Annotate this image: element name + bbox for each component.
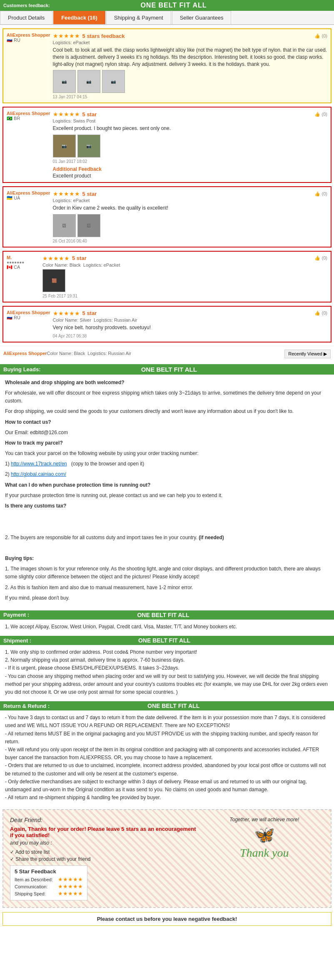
fb-label: Communication: bbox=[15, 884, 56, 889]
color-text: Color Name: Silver Logistics: Russian Ai… bbox=[53, 318, 327, 322]
review-text: Excellent product. I bought two pieces. … bbox=[53, 125, 327, 132]
reviewer-name: AliExpress Shopper bbox=[7, 111, 50, 116]
shipment-line: - If it is urgent, please choose EMS/DHL… bbox=[5, 664, 329, 672]
fb-stars: ★★★★★ bbox=[58, 876, 83, 882]
butterfly-icon: 🦋 bbox=[204, 825, 324, 845]
customers-feedback-label: Customers feedback: bbox=[3, 3, 50, 8]
buying-leads-content: Wholesale and drop shipping are both wel… bbox=[0, 375, 334, 609]
bl-para: Our Email: edbltd@126.com bbox=[5, 429, 329, 437]
fb-stars: ★★★★★ bbox=[58, 883, 83, 890]
review-card: M. ●●●●●●● 🇨🇦 CA ★★★★★ 5 star 👍 (0) Colo… bbox=[2, 251, 332, 302]
buying-leads-title: ONE BELT FIT ALL bbox=[141, 366, 197, 373]
thank-you-card: Dear Friend: Again, Thanks for your orde… bbox=[2, 809, 332, 908]
review-images: 📷 📷 📷 bbox=[53, 70, 327, 93]
tab-shipping[interactable]: Shipping & Payment bbox=[106, 11, 171, 24]
payment-text: 1. We accept Alipay, Escrow, West Union,… bbox=[5, 623, 329, 631]
feedback-row: Communication: ★★★★★ bbox=[15, 883, 83, 890]
bl-para: 2. As this is fashion item and also due … bbox=[5, 584, 329, 592]
tab-feedback[interactable]: Feedback (16) bbox=[53, 11, 105, 24]
review-card: AliExpress Shopper 🇷🇺 RU ★★★★★ 5 stars f… bbox=[2, 28, 332, 103]
may-also-text: and you may also : bbox=[10, 840, 198, 846]
checklist-item: Share the product with your friend bbox=[10, 856, 198, 862]
logistics-text: Logistics: Swiss Post bbox=[53, 118, 327, 123]
header-bar: Customers feedback: ONE BELT FIT ALL bbox=[0, 0, 334, 11]
review-date: 25 Feb 2017 19:31 bbox=[42, 294, 327, 298]
reviewer-flag: 🇷🇺 RU bbox=[7, 315, 50, 320]
shipment-content: 1. We only ship to confirmed order addre… bbox=[0, 645, 334, 700]
bl-para: If your purchase protection time is runn… bbox=[5, 492, 329, 500]
reviewer-name: AliExpress Shopper bbox=[7, 310, 50, 315]
fb-label: Shipping Sped: bbox=[15, 891, 56, 896]
review-image: 📷 bbox=[77, 70, 100, 93]
reviewer-name: AliExpress Shopper bbox=[7, 32, 50, 38]
track-link-2[interactable]: http://global.cainiao.com/ bbox=[11, 471, 66, 477]
shipment-label: Shipment : bbox=[3, 638, 31, 644]
bl-para: For drop shipping, we could send the goo… bbox=[5, 408, 329, 415]
review-image: 📷 bbox=[53, 135, 76, 158]
feedback-label: 5 star bbox=[82, 111, 97, 118]
feedback-label: 5 stars feedback bbox=[82, 33, 125, 39]
return-line: - Only defective merchandises are subjec… bbox=[5, 778, 329, 794]
review-image: 🖼 bbox=[53, 214, 76, 237]
track-link-1[interactable]: http://www.17track.net/en bbox=[11, 461, 67, 467]
bl-para: If you mind, please don't buy. bbox=[5, 594, 329, 602]
thank-you-right: Together, we will achieve more! 🦋 Thank … bbox=[204, 817, 324, 860]
bl-para: 2) http://global.cainiao.com/ bbox=[5, 470, 329, 478]
dear-friend-text: Dear Friend: bbox=[10, 817, 198, 823]
bl-para: How to contact us? bbox=[5, 418, 329, 426]
fb-stars: ★★★★★ bbox=[58, 890, 83, 897]
payment-title: ONE BELT FIT ALL bbox=[137, 612, 189, 618]
review-date: 26 Oct 2016 06:40 bbox=[53, 239, 327, 243]
payment-label: Payment : bbox=[3, 612, 29, 618]
reviewer-flag: 🇧🇷 BR bbox=[7, 116, 50, 121]
review-text: Very nice belt. horoshy prodovets. sovet… bbox=[53, 324, 327, 331]
color-text: Color Name: Black Logistics: ePacket bbox=[42, 262, 327, 268]
bl-para: For wholesale, we will offer discount or… bbox=[5, 389, 329, 405]
return-content: - You have 3 days to contact us and 7 da… bbox=[0, 710, 334, 805]
thank-you-text: Thank you bbox=[204, 846, 324, 860]
review-stars: ★★★★★ bbox=[53, 310, 80, 317]
bl-para bbox=[5, 523, 329, 531]
feedback-label: 5 star bbox=[82, 310, 97, 316]
shipment-line: 1. We only ship to confirmed order addre… bbox=[5, 648, 329, 656]
like-icon[interactable]: 👍 (0) bbox=[314, 112, 327, 117]
like-icon[interactable]: 👍 (0) bbox=[314, 310, 327, 316]
review-image: 📷 bbox=[53, 70, 76, 93]
like-icon[interactable]: 👍 (0) bbox=[314, 255, 327, 261]
bl-para: 1. The images shown is for your referenc… bbox=[5, 565, 329, 581]
return-line: - All returned items MUST BE in the orig… bbox=[5, 730, 329, 746]
return-title: ONE BELT FIT ALL bbox=[147, 702, 199, 709]
like-icon[interactable]: 👍 (0) bbox=[314, 191, 327, 197]
review-card: AliExpress Shopper 🇷🇺 RU ★★★★★ 5 star 👍 … bbox=[2, 306, 332, 342]
bl-para: 2. The buyers are responsible for all cu… bbox=[5, 534, 329, 542]
tab-seller[interactable]: Seller Guarantees bbox=[172, 11, 232, 24]
review-image: 📷 bbox=[77, 135, 100, 158]
buying-leads-label: Buying Leads: bbox=[3, 366, 41, 372]
reviewer-flag: 🇺🇦 UA bbox=[7, 195, 50, 201]
review-image: 🟫 bbox=[42, 269, 65, 292]
tab-product-details[interactable]: Product Details bbox=[0, 11, 52, 24]
shipment-title: ONE BELT FIT ALL bbox=[138, 637, 190, 644]
return-line: - You have 3 days to contact us and 7 da… bbox=[5, 714, 329, 730]
bl-para bbox=[5, 544, 329, 552]
reviewer-name: M. bbox=[7, 255, 40, 260]
review-card: AliExpress Shopper 🇧🇷 BR ★★★★★ 5 star 👍 … bbox=[2, 107, 332, 183]
fb-label: Item as Described: bbox=[15, 877, 56, 882]
review-stars: ★★★★★ bbox=[42, 255, 70, 262]
logistics-text: Logistics: ePacket bbox=[53, 198, 327, 203]
payment-content: 1. We accept Alipay, Escrow, West Union,… bbox=[0, 620, 334, 634]
shipment-line: 2. Normally shipping via post airmail, d… bbox=[5, 656, 329, 664]
review-images: 🖼 🖼 bbox=[53, 214, 327, 237]
feedback-label: 5 star bbox=[82, 191, 97, 197]
additional-label: Additional Feedback bbox=[53, 166, 327, 172]
return-label: Return & Refund : bbox=[3, 703, 50, 709]
like-icon[interactable]: 👍 (0) bbox=[314, 33, 327, 39]
feedback-label: 5 star bbox=[72, 255, 87, 261]
bl-para: Is there any customs tax? bbox=[5, 502, 329, 510]
return-header: Return & Refund : ONE BELT FIT ALL bbox=[0, 701, 334, 710]
bl-para: You can track your parcel on the followi… bbox=[5, 450, 329, 458]
buying-leads-header: Buying Leads: ONE BELT FIT ALL bbox=[0, 364, 334, 375]
recently-viewed-button[interactable]: Recently Viewed ▶ bbox=[284, 350, 331, 358]
feedback-row: Item as Described: ★★★★★ bbox=[15, 876, 83, 882]
review-text: Order in Kiev came 2 weeks. the quality … bbox=[53, 205, 327, 212]
